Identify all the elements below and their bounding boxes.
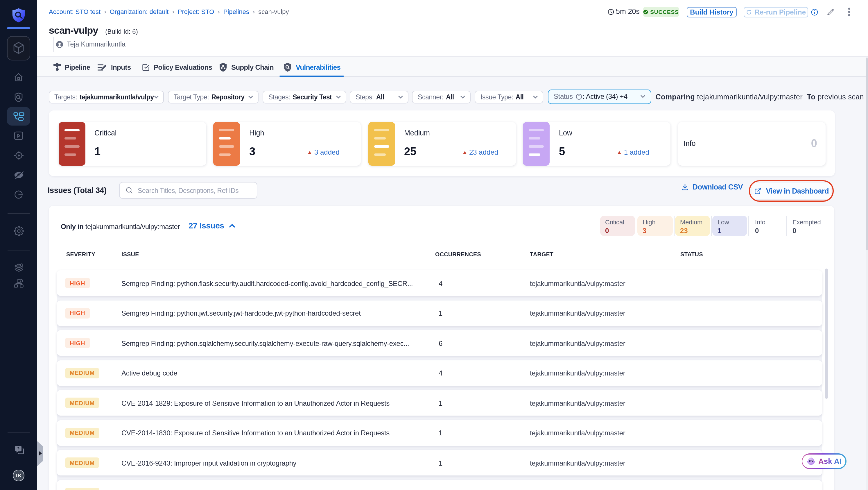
svg-text:?: ? — [17, 446, 20, 451]
